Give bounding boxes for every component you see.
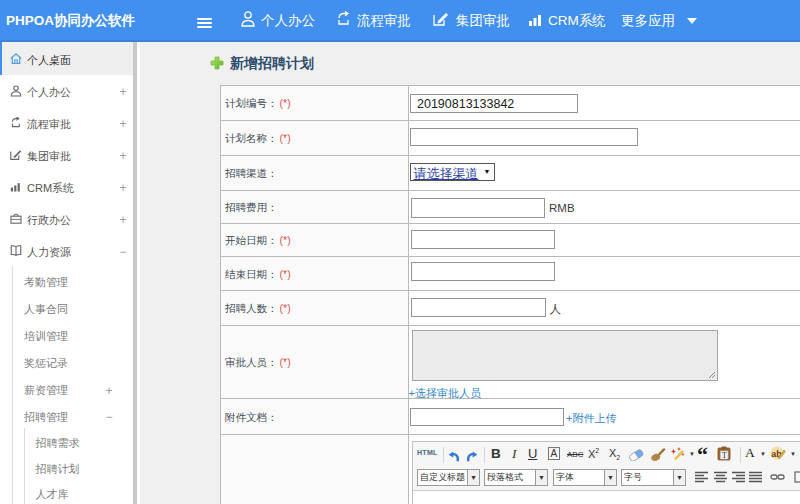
svg-text:T: T xyxy=(722,451,727,460)
